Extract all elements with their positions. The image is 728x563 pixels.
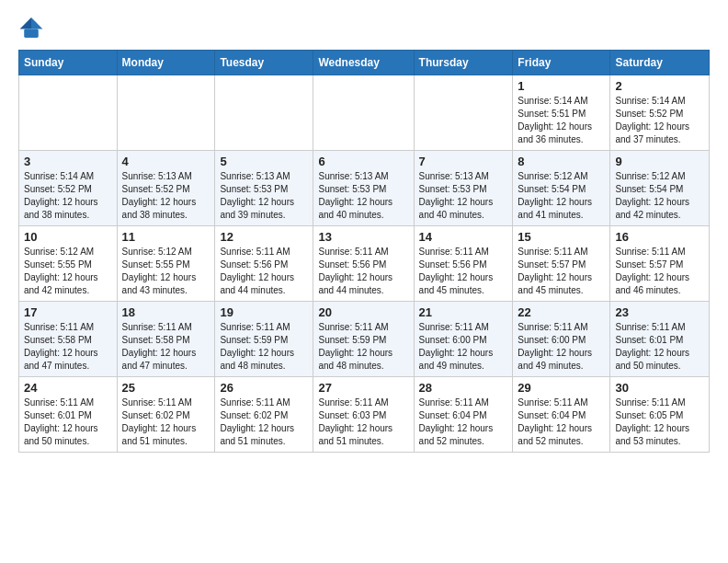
calendar-week-row: 3Sunrise: 5:14 AM Sunset: 5:52 PM Daylig… — [19, 151, 710, 226]
day-number: 13 — [318, 230, 408, 244]
day-number: 8 — [518, 155, 605, 168]
calendar-cell: 1Sunrise: 5:14 AM Sunset: 5:51 PM Daylig… — [513, 75, 610, 151]
calendar-cell: 28Sunrise: 5:11 AM Sunset: 6:04 PM Dayli… — [414, 377, 513, 453]
logo-area — [18, 15, 46, 40]
calendar-cell: 27Sunrise: 5:11 AM Sunset: 6:03 PM Dayli… — [313, 377, 414, 453]
day-number: 6 — [318, 155, 408, 168]
calendar-cell: 10Sunrise: 5:12 AM Sunset: 5:55 PM Dayli… — [19, 226, 118, 302]
col-header-monday: Monday — [117, 51, 215, 75]
calendar-cell: 22Sunrise: 5:11 AM Sunset: 6:00 PM Dayli… — [513, 302, 610, 377]
col-header-thursday: Thursday — [414, 51, 513, 75]
calendar-week-row: 17Sunrise: 5:11 AM Sunset: 5:58 PM Dayli… — [19, 302, 710, 377]
calendar-cell: 13Sunrise: 5:11 AM Sunset: 5:56 PM Dayli… — [313, 226, 414, 302]
calendar-cell: 23Sunrise: 5:11 AM Sunset: 6:01 PM Dayli… — [610, 302, 710, 377]
calendar-cell: 12Sunrise: 5:11 AM Sunset: 5:56 PM Dayli… — [215, 226, 313, 302]
day-info: Sunrise: 5:12 AM Sunset: 5:54 PM Dayligh… — [615, 170, 704, 222]
header — [18, 15, 710, 40]
day-info: Sunrise: 5:11 AM Sunset: 5:59 PM Dayligh… — [220, 321, 308, 373]
svg-rect-3 — [24, 29, 39, 38]
calendar-cell — [19, 75, 118, 151]
day-number: 22 — [518, 305, 605, 319]
calendar-cell: 26Sunrise: 5:11 AM Sunset: 6:02 PM Dayli… — [215, 377, 313, 453]
calendar-cell: 2Sunrise: 5:14 AM Sunset: 5:52 PM Daylig… — [610, 75, 710, 151]
day-number: 28 — [419, 381, 508, 395]
day-number: 4 — [122, 155, 210, 168]
day-number: 12 — [220, 230, 308, 244]
col-header-sunday: Sunday — [19, 51, 118, 75]
calendar-cell — [414, 75, 513, 151]
day-info: Sunrise: 5:13 AM Sunset: 5:53 PM Dayligh… — [318, 170, 408, 222]
day-info: Sunrise: 5:14 AM Sunset: 5:51 PM Dayligh… — [518, 95, 605, 146]
calendar-cell: 19Sunrise: 5:11 AM Sunset: 5:59 PM Dayli… — [215, 302, 313, 377]
day-info: Sunrise: 5:11 AM Sunset: 6:04 PM Dayligh… — [518, 396, 605, 448]
day-number: 26 — [220, 381, 308, 395]
calendar-cell: 7Sunrise: 5:13 AM Sunset: 5:53 PM Daylig… — [414, 151, 513, 226]
day-number: 7 — [419, 155, 508, 168]
day-info: Sunrise: 5:11 AM Sunset: 6:04 PM Dayligh… — [419, 396, 508, 448]
calendar-cell: 3Sunrise: 5:14 AM Sunset: 5:52 PM Daylig… — [19, 151, 118, 226]
day-info: Sunrise: 5:11 AM Sunset: 6:02 PM Dayligh… — [122, 396, 210, 448]
day-info: Sunrise: 5:11 AM Sunset: 6:00 PM Dayligh… — [518, 321, 605, 373]
calendar-cell: 30Sunrise: 5:11 AM Sunset: 6:05 PM Dayli… — [610, 377, 710, 453]
generalblue-logo-icon — [18, 15, 44, 40]
day-info: Sunrise: 5:11 AM Sunset: 6:01 PM Dayligh… — [24, 396, 112, 448]
day-info: Sunrise: 5:11 AM Sunset: 6:05 PM Dayligh… — [615, 396, 704, 448]
calendar-cell: 14Sunrise: 5:11 AM Sunset: 5:56 PM Dayli… — [414, 226, 513, 302]
day-info: Sunrise: 5:11 AM Sunset: 6:01 PM Dayligh… — [615, 321, 704, 373]
day-info: Sunrise: 5:11 AM Sunset: 5:57 PM Dayligh… — [615, 246, 704, 297]
day-number: 2 — [615, 79, 704, 93]
day-info: Sunrise: 5:13 AM Sunset: 5:53 PM Dayligh… — [419, 170, 508, 222]
day-info: Sunrise: 5:11 AM Sunset: 5:56 PM Dayligh… — [419, 246, 508, 297]
day-info: Sunrise: 5:13 AM Sunset: 5:52 PM Dayligh… — [122, 170, 210, 222]
calendar-cell: 21Sunrise: 5:11 AM Sunset: 6:00 PM Dayli… — [414, 302, 513, 377]
calendar-cell: 17Sunrise: 5:11 AM Sunset: 5:58 PM Dayli… — [19, 302, 118, 377]
day-number: 25 — [122, 381, 210, 395]
calendar-cell: 25Sunrise: 5:11 AM Sunset: 6:02 PM Dayli… — [117, 377, 215, 453]
day-number: 21 — [419, 305, 508, 319]
calendar-cell: 24Sunrise: 5:11 AM Sunset: 6:01 PM Dayli… — [19, 377, 118, 453]
calendar-cell — [117, 75, 215, 151]
calendar-cell: 9Sunrise: 5:12 AM Sunset: 5:54 PM Daylig… — [610, 151, 710, 226]
day-info: Sunrise: 5:12 AM Sunset: 5:54 PM Dayligh… — [518, 170, 605, 222]
col-header-tuesday: Tuesday — [215, 51, 313, 75]
day-number: 19 — [220, 305, 308, 319]
day-number: 11 — [122, 230, 210, 244]
day-number: 24 — [24, 381, 112, 395]
day-number: 27 — [318, 381, 408, 395]
day-number: 29 — [518, 381, 605, 395]
day-number: 18 — [122, 305, 210, 319]
calendar-cell: 11Sunrise: 5:12 AM Sunset: 5:55 PM Dayli… — [117, 226, 215, 302]
calendar-cell: 15Sunrise: 5:11 AM Sunset: 5:57 PM Dayli… — [513, 226, 610, 302]
calendar-cell — [313, 75, 414, 151]
col-header-saturday: Saturday — [610, 51, 710, 75]
day-info: Sunrise: 5:11 AM Sunset: 5:56 PM Dayligh… — [318, 246, 408, 297]
day-info: Sunrise: 5:11 AM Sunset: 6:02 PM Dayligh… — [220, 396, 308, 448]
calendar-header-row: SundayMondayTuesdayWednesdayThursdayFrid… — [19, 51, 710, 75]
calendar-cell: 18Sunrise: 5:11 AM Sunset: 5:58 PM Dayli… — [117, 302, 215, 377]
page: SundayMondayTuesdayWednesdayThursdayFrid… — [0, 0, 728, 467]
calendar-cell: 29Sunrise: 5:11 AM Sunset: 6:04 PM Dayli… — [513, 377, 610, 453]
calendar-week-row: 24Sunrise: 5:11 AM Sunset: 6:01 PM Dayli… — [19, 377, 710, 453]
calendar-week-row: 10Sunrise: 5:12 AM Sunset: 5:55 PM Dayli… — [19, 226, 710, 302]
calendar-cell: 6Sunrise: 5:13 AM Sunset: 5:53 PM Daylig… — [313, 151, 414, 226]
day-number: 14 — [419, 230, 508, 244]
calendar-cell: 4Sunrise: 5:13 AM Sunset: 5:52 PM Daylig… — [117, 151, 215, 226]
day-number: 16 — [615, 230, 704, 244]
day-info: Sunrise: 5:14 AM Sunset: 5:52 PM Dayligh… — [615, 95, 704, 146]
day-info: Sunrise: 5:11 AM Sunset: 6:03 PM Dayligh… — [318, 396, 408, 448]
day-number: 9 — [615, 155, 704, 168]
day-info: Sunrise: 5:11 AM Sunset: 5:59 PM Dayligh… — [318, 321, 408, 373]
calendar-cell: 8Sunrise: 5:12 AM Sunset: 5:54 PM Daylig… — [513, 151, 610, 226]
day-number: 10 — [24, 230, 112, 244]
day-number: 5 — [220, 155, 308, 168]
day-info: Sunrise: 5:11 AM Sunset: 5:56 PM Dayligh… — [220, 246, 308, 297]
calendar-cell: 5Sunrise: 5:13 AM Sunset: 5:53 PM Daylig… — [215, 151, 313, 226]
day-info: Sunrise: 5:14 AM Sunset: 5:52 PM Dayligh… — [24, 170, 112, 222]
col-header-wednesday: Wednesday — [313, 51, 414, 75]
day-info: Sunrise: 5:13 AM Sunset: 5:53 PM Dayligh… — [220, 170, 308, 222]
day-number: 30 — [615, 381, 704, 395]
calendar-cell — [215, 75, 313, 151]
calendar-cell: 20Sunrise: 5:11 AM Sunset: 5:59 PM Dayli… — [313, 302, 414, 377]
day-info: Sunrise: 5:11 AM Sunset: 6:00 PM Dayligh… — [419, 321, 508, 373]
calendar-table: SundayMondayTuesdayWednesdayThursdayFrid… — [18, 50, 710, 453]
